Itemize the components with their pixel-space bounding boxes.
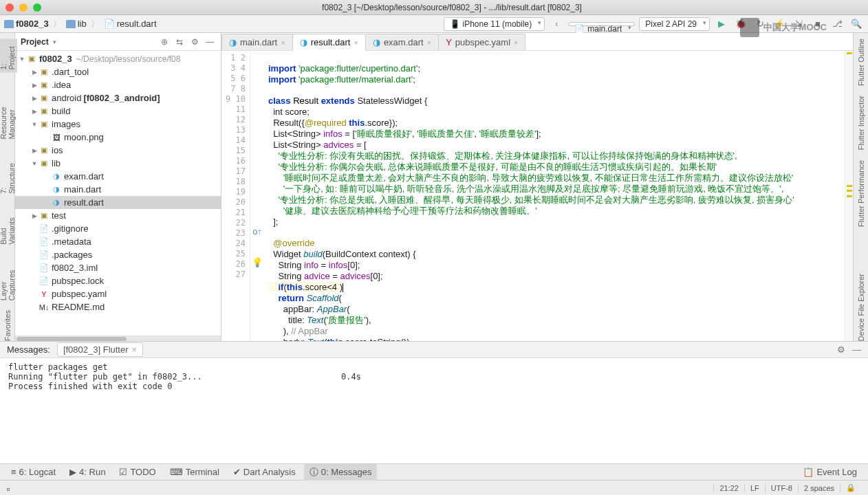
tree-item[interactable]: ◑exam.dart bbox=[15, 170, 221, 183]
close-icon[interactable]: × bbox=[427, 38, 431, 47]
sidebar-tab-flutter-outline[interactable]: Flutter Outline bbox=[857, 38, 865, 86]
run-config-selector[interactable]: main.dart bbox=[568, 22, 635, 26]
tree-item[interactable]: ▶▣.idea bbox=[15, 78, 221, 91]
device-selector[interactable]: iPhone 11 (mobile) bbox=[444, 17, 545, 31]
code-token: Result({ bbox=[268, 118, 305, 128]
tree-item[interactable]: ▼▣lib bbox=[15, 157, 221, 170]
tree-item[interactable]: Ypubspec.yaml bbox=[15, 287, 221, 300]
status-hint-icon[interactable]: ▫ bbox=[7, 484, 15, 492]
folder-icon bbox=[66, 20, 76, 28]
tree-root[interactable]: ▼▣f0802_3~/Desktop/lesson/source/f08 bbox=[15, 52, 221, 65]
dart-icon: ◑ bbox=[51, 198, 62, 207]
tab-dart-analysis[interactable]: ✔ Dart Analysis bbox=[228, 465, 301, 479]
tree-item[interactable]: ◑main.dart bbox=[15, 183, 221, 196]
sidebar-tab-resource-manager[interactable]: Resource Manager bbox=[0, 82, 16, 140]
editor-tab-main[interactable]: ◑main.dart× bbox=[221, 34, 293, 50]
dropdown-icon[interactable]: ▾ bbox=[53, 38, 56, 45]
tree-item[interactable]: ▶▣build bbox=[15, 104, 221, 118]
warning-marker[interactable] bbox=[847, 185, 852, 187]
file-icon: 📄 bbox=[39, 237, 50, 246]
close-icon[interactable]: × bbox=[281, 38, 285, 47]
code-token: Widget bbox=[268, 249, 303, 259]
editor-tab-result[interactable]: ◑result.dart× bbox=[292, 34, 366, 51]
project-panel-title: Project bbox=[21, 37, 49, 47]
messages-tab[interactable]: [f0802_3] Flutter × bbox=[57, 342, 143, 357]
close-icon[interactable]: × bbox=[354, 38, 358, 47]
tree-item-label: f0802_3.iml bbox=[52, 263, 98, 273]
tab-label: Event Log bbox=[816, 467, 857, 477]
maximize-icon[interactable] bbox=[33, 3, 41, 12]
warning-marker[interactable] bbox=[847, 52, 852, 54]
search-icon[interactable]: 🔍 bbox=[849, 16, 864, 32]
status-indent[interactable]: 2 spaces bbox=[798, 484, 840, 492]
tab-logcat[interactable]: ≡ 6: Logcat bbox=[6, 465, 61, 479]
scroll-thumb[interactable] bbox=[17, 337, 127, 341]
sidebar-tab-device-file-explorer[interactable]: Device File Explorer bbox=[857, 274, 865, 341]
gear-icon[interactable]: ⚙ bbox=[189, 37, 200, 47]
sidebar-tab-project[interactable]: 1: Project bbox=[0, 38, 17, 72]
sidebar-tab-favorites[interactable]: Favorites bbox=[3, 310, 12, 341]
code-token: '专业性分析: 你没有失眠的困扰。保持锻炼、定期体检, 关注身体健康指标, 可以… bbox=[268, 151, 737, 161]
close-icon[interactable]: × bbox=[514, 38, 518, 47]
collapse-icon[interactable]: ⇆ bbox=[174, 37, 185, 47]
tree-item-selected[interactable]: ◑result.dart bbox=[15, 196, 221, 209]
tab-label: 6: Logcat bbox=[19, 467, 56, 477]
marker-strip[interactable] bbox=[845, 51, 853, 341]
warning-marker[interactable] bbox=[847, 195, 852, 197]
status-lock-icon[interactable]: 🔒 bbox=[840, 483, 861, 492]
dart-icon: ◑ bbox=[373, 37, 380, 47]
tree-item[interactable]: 🖼moon.png bbox=[15, 131, 221, 144]
code-token: .score<4 ) bbox=[303, 282, 343, 292]
tree-item[interactable]: ▶▣.dart_tool bbox=[15, 65, 221, 78]
warning-marker[interactable] bbox=[847, 190, 852, 192]
gear-icon[interactable]: ⚙ bbox=[837, 344, 845, 355]
status-encoding[interactable]: UTF-8 bbox=[765, 484, 798, 492]
emulator-selector[interactable]: Pixel 2 API 29 bbox=[639, 17, 710, 31]
breadcrumb-lib[interactable]: lib bbox=[66, 19, 87, 29]
close-icon[interactable]: × bbox=[132, 344, 138, 355]
hide-icon[interactable]: — bbox=[204, 37, 215, 47]
hide-icon[interactable]: — bbox=[852, 344, 861, 355]
sidebar-tab-structure[interactable]: 7: Structure bbox=[0, 159, 16, 194]
horizontal-scrollbar[interactable] bbox=[15, 336, 221, 341]
code-token: Scaffold bbox=[307, 293, 339, 303]
tab-todo[interactable]: ☑ TODO bbox=[113, 465, 161, 479]
sidebar-tab-build-variants[interactable]: Build Variants bbox=[0, 204, 16, 245]
tree-item[interactable]: ▶▣android[f0802_3_android] bbox=[15, 91, 221, 104]
status-line-separator[interactable]: LF bbox=[744, 484, 765, 492]
tree-item[interactable]: ▶▣ios bbox=[15, 144, 221, 157]
tree-item[interactable]: 📄.packages bbox=[15, 248, 221, 261]
breadcrumb-file[interactable]: 📄result.dart bbox=[104, 19, 157, 29]
minimize-icon[interactable] bbox=[19, 3, 28, 12]
tree-item[interactable]: M↓README.md bbox=[15, 300, 221, 314]
chevron-left-icon[interactable]: ‹ bbox=[549, 19, 564, 29]
messages-body[interactable]: flutter packages get Running "flutter pu… bbox=[0, 358, 868, 463]
sidebar-tab-flutter-performance[interactable]: Flutter Performance bbox=[857, 160, 865, 227]
editor-tab-pubspec[interactable]: Ypubspec.yaml× bbox=[438, 34, 525, 50]
tree-item[interactable]: ▶▣test bbox=[15, 209, 221, 222]
close-icon[interactable] bbox=[6, 3, 14, 12]
tab-terminal[interactable]: ⌨ Terminal bbox=[164, 465, 225, 479]
bulb-icon[interactable]: 💡 bbox=[250, 257, 264, 267]
run-icon[interactable]: ▶ bbox=[714, 16, 729, 32]
tree-item[interactable]: 📄pubspec.lock bbox=[15, 274, 221, 287]
override-icon[interactable]: o↑ bbox=[250, 226, 264, 236]
tree-item[interactable]: ▼▣images bbox=[15, 118, 221, 131]
editor-tab-exam[interactable]: ◑exam.dart× bbox=[365, 34, 439, 50]
status-cursor-position[interactable]: 21:22 bbox=[713, 484, 744, 492]
sidebar-tab-layer-captures[interactable]: Layer Captures bbox=[0, 254, 16, 300]
project-tree[interactable]: ▼▣f0802_3~/Desktop/lesson/source/f08 ▶▣.… bbox=[15, 51, 221, 336]
code-token: advice bbox=[304, 271, 330, 281]
tree-item[interactable]: 📄.metadata bbox=[15, 235, 221, 248]
tab-messages[interactable]: ⓘ 0: Messages bbox=[304, 464, 378, 481]
file-icon: 📄 bbox=[39, 276, 50, 285]
tree-item[interactable]: 📄.gitignore bbox=[15, 222, 221, 235]
vcs-icon[interactable]: ⎇ bbox=[829, 16, 845, 32]
tab-event-log[interactable]: 📋 Event Log bbox=[797, 465, 862, 479]
code-editor[interactable]: import 'package:flutter/cupertino.dart';… bbox=[264, 51, 845, 341]
breadcrumb-root[interactable]: f0802_3 bbox=[4, 19, 49, 29]
sidebar-tab-flutter-inspector[interactable]: Flutter Inspector bbox=[857, 96, 865, 150]
tree-item[interactable]: 📄f0802_3.iml bbox=[15, 261, 221, 274]
target-icon[interactable]: ⊕ bbox=[159, 37, 170, 47]
tab-run[interactable]: ▶ 4: Run bbox=[64, 465, 111, 479]
